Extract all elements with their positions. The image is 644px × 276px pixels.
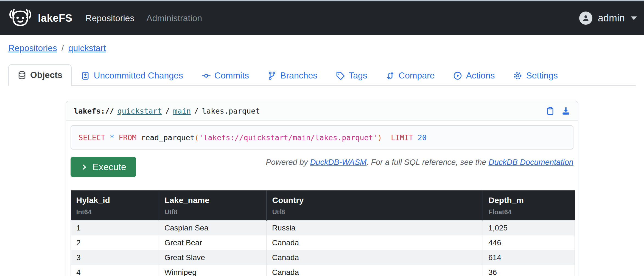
duckdb-wasm-link[interactable]: DuckDB-WASM [310,158,366,167]
powered-by-text: Powered by [266,158,310,167]
duckdb-docs-link[interactable]: DuckDB Documentation [489,158,573,167]
column-name: Country [272,195,477,205]
brand-name: lakeFS [38,12,72,24]
column-name: Hylak_id [76,195,153,205]
table-cell: Winnipeg [159,265,267,276]
column-type: Utf8 [272,208,477,216]
table-row: 4WinnipegCanada36 [71,265,575,276]
avatar [579,12,592,25]
path-separator: / [194,107,198,115]
tab-compare[interactable]: Compare [377,65,444,86]
table-cell: Canada [267,250,483,265]
navbar-links: Repositories Administration [86,13,202,23]
tab-label: Commits [214,71,249,81]
tab-label: Actions [466,71,495,81]
file-diff-icon [81,71,90,80]
table-cell: 614 [483,250,575,265]
tab-commits[interactable]: Commits [192,65,258,86]
table-cell: 1,025 [483,221,575,235]
sql-token: ) [377,133,382,142]
tab-settings[interactable]: Settings [504,65,567,86]
tab-label: Branches [280,71,317,81]
object-viewer-card: lakefs:// quickstart / main / lakes.parq… [66,101,578,276]
column-type: Float64 [489,208,569,216]
column-name: Lake_name [165,195,261,205]
results-table-body: 1Caspian SeaRussia1,0252Great BearCanada… [71,221,575,276]
nav-item-administration[interactable]: Administration [146,13,202,23]
download-icon [562,107,570,115]
column-header: Lake_name Utf8 [159,190,267,221]
tab-label: Settings [526,71,558,81]
gear-icon [513,71,522,80]
repository-tabs: Objects Uncommitted Changes Commits [8,64,636,86]
sql-token: LIMIT [391,133,413,142]
sql-token [105,133,110,142]
object-viewer-body: SELECT * FROM read_parquet('lakefs://qui… [66,121,578,276]
top-navbar: lakeFS Repositories Administration admin [0,1,644,35]
table-cell: 3 [71,250,159,265]
table-cell: Great Slave [159,250,267,265]
commit-icon [202,71,211,80]
column-type: Utf8 [165,208,261,216]
compare-icon [386,71,395,80]
table-cell: 2 [71,235,159,250]
person-icon [582,14,590,22]
sql-token [136,133,141,142]
sql-token: 20 [418,133,427,142]
execute-button[interactable]: Execute [71,157,136,177]
nav-item-repositories[interactable]: Repositories [86,13,135,23]
table-cell: Canada [267,235,483,250]
table-cell: Russia [267,221,483,235]
caret-down-icon [631,16,637,20]
breadcrumb-repositories[interactable]: Repositories [8,43,57,53]
sql-token [114,133,119,142]
tab-actions[interactable]: Actions [444,65,504,86]
results-table-header: Hylak_id Int64 Lake_name Utf8 Country Ut… [71,190,575,221]
path-repo-link[interactable]: quickstart [117,107,162,115]
tab-uncommitted-changes[interactable]: Uncommitted Changes [72,65,192,86]
tab-tags[interactable]: Tags [327,65,377,86]
copy-path-button[interactable] [546,107,555,115]
play-circle-icon [453,71,462,80]
results-table: Hylak_id Int64 Lake_name Utf8 Country Ut… [71,190,575,276]
table-row: 3Great SlaveCanada614 [71,250,575,265]
object-path-bar: lakefs:// quickstart / main / lakes.parq… [66,101,578,121]
path-separator: / [165,107,170,115]
branch-icon [268,71,276,80]
tag-icon [336,71,345,80]
sql-token: FROM [119,133,136,142]
path-scheme: lakefs:// [74,107,114,115]
path-file-name: lakes.parquet [202,107,260,115]
object-actions [546,107,570,115]
tab-objects[interactable]: Objects [8,64,72,86]
powered-by-text: . For a full SQL reference, see the [366,158,488,167]
column-header: Country Utf8 [267,190,483,221]
tab-label: Objects [30,70,62,80]
table-row: 1Caspian SeaRussia1,025 [71,221,575,235]
powered-by-note: Powered by DuckDB-WASM. For a full SQL r… [266,158,573,167]
column-header: Depth_m Float64 [483,190,575,221]
table-cell: 36 [483,265,575,276]
user-name: admin [598,12,625,24]
database-icon [18,71,26,80]
table-cell: 1 [71,221,159,235]
tab-label: Uncommitted Changes [94,71,183,81]
user-menu[interactable]: admin [579,12,637,25]
table-cell: 446 [483,235,575,250]
breadcrumb-quickstart[interactable]: quickstart [68,43,106,53]
query-actions-row: Execute Powered by DuckDB-WASM. For a fu… [71,157,573,177]
download-object-button[interactable] [562,107,570,115]
sql-editor[interactable]: SELECT * FROM read_parquet('lakefs://qui… [71,125,573,150]
path-branch-link[interactable]: main [173,107,191,115]
table-cell: Canada [267,265,483,276]
tab-branches[interactable]: Branches [258,65,327,86]
column-type: Int64 [76,208,153,216]
axolotl-icon [7,7,33,29]
table-cell: Caspian Sea [159,221,267,235]
execute-label: Execute [93,162,126,172]
lakefs-logo[interactable]: lakeFS [7,7,72,29]
column-header: Hylak_id Int64 [71,190,159,221]
sql-token: SELECT [79,133,105,142]
table-cell: Great Bear [159,235,267,250]
column-name: Depth_m [489,195,569,205]
